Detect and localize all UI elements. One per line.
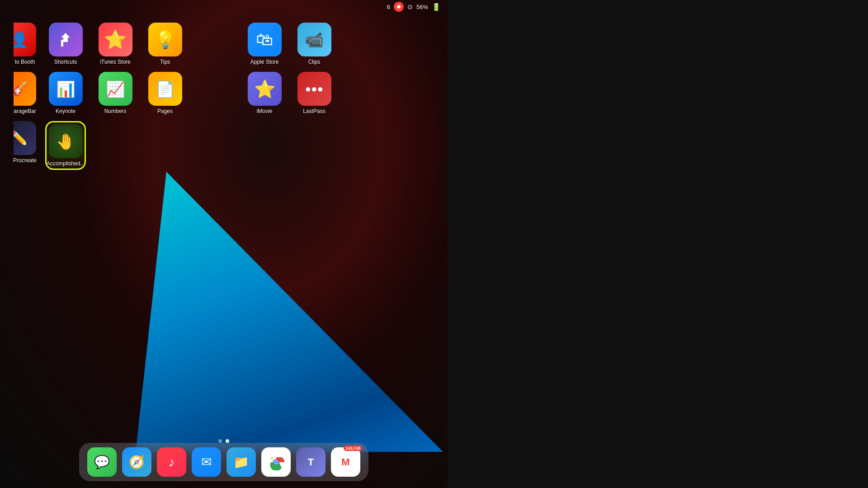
record-indicator — [394, 2, 404, 12]
clips-label: Clips — [308, 59, 321, 65]
clips-icon: 📹 — [297, 23, 331, 56]
app-lastpass[interactable]: ●●● LastPass — [294, 72, 335, 114]
garageband-icon: 🎸 — [14, 72, 36, 106]
ipad-statusbar: 6 ⊙ 56% 🔋 — [0, 0, 448, 14]
ipad-dock: 💬 🧭 ♪ ✉ 📁 T M — [79, 443, 368, 481]
page-dots — [218, 439, 229, 443]
accomplished-icon: 🤚 — [49, 124, 83, 158]
app-accomplished[interactable]: 🤚 Accomplished... — [45, 121, 86, 170]
dock-teams[interactable]: T — [296, 447, 326, 477]
tips-label: Tips — [160, 59, 170, 65]
apple-store-label: Apple Store — [250, 59, 279, 65]
app-numbers[interactable]: 📈 Numbers — [95, 72, 136, 114]
app-row-3: ✏️ Procreate 🤚 Accomplished... — [14, 121, 434, 170]
numbers-label: Numbers — [104, 108, 127, 114]
app-itunes[interactable]: ⭐ iTunes Store — [95, 23, 136, 65]
procreate-label: Procreate — [14, 157, 36, 164]
itunes-label: iTunes Store — [100, 59, 131, 65]
tips-icon: 💡 — [148, 23, 182, 56]
numbers-icon: 📈 — [99, 72, 132, 106]
imovie-label: iMovie — [257, 108, 273, 114]
lastpass-label: LastPass — [303, 108, 325, 114]
dock-gmail[interactable]: M 143,748 — [331, 447, 360, 477]
photo-booth-label: to Booth — [15, 59, 35, 65]
chrome-icon — [268, 454, 284, 470]
photo-booth-icon: 👤 — [14, 23, 36, 56]
keynote-label: Keynote — [56, 108, 75, 114]
svg-point-3 — [275, 461, 278, 464]
lastpass-icon: ●●● — [297, 72, 331, 106]
app-photo-booth[interactable]: 👤 to Booth — [14, 23, 36, 65]
wifi-icon: ⊙ — [407, 3, 413, 10]
gmail-badge: 143,748 — [344, 446, 362, 451]
page-dot-2[interactable] — [226, 439, 229, 443]
gmail-icon: M — [341, 456, 349, 468]
procreate-icon: ✏️ — [14, 121, 36, 155]
app-grid: 👤 to Booth Shortcuts ⭐ iTunes Store — [0, 18, 448, 179]
app-row-2: 🎸 GarageBand 📊 Keynote 📈 Numbers 📄 — [14, 72, 434, 114]
ipad-time: 6 — [387, 4, 390, 10]
dock-messages[interactable]: 💬 — [87, 447, 117, 477]
ipad-screen: 6 ⊙ 56% 🔋 👤 to Booth — [0, 0, 448, 488]
dock-chrome[interactable] — [261, 447, 291, 477]
files-icon: 📁 — [233, 455, 249, 469]
keynote-icon: 📊 — [49, 72, 83, 106]
app-apple-store[interactable]: 🛍 Apple Store — [244, 23, 285, 65]
dock-safari[interactable]: 🧭 — [122, 447, 151, 477]
pages-icon: 📄 — [148, 72, 182, 106]
right-fill: 6:46 📶 🔵 94% 🔋 G 🎤 🤚 Accomplish... — [448, 0, 868, 488]
app-garageband[interactable]: 🎸 GarageBand — [14, 72, 36, 114]
app-keynote[interactable]: 📊 Keynote — [45, 72, 86, 114]
accomplished-label: Accomplished... — [47, 160, 85, 167]
app-row-1: 👤 to Booth Shortcuts ⭐ iTunes Store — [14, 23, 434, 65]
app-clips[interactable]: 📹 Clips — [294, 23, 335, 65]
dock-music[interactable]: ♪ — [157, 447, 186, 477]
shortcuts-icon — [49, 23, 83, 56]
app-tips[interactable]: 💡 Tips — [145, 23, 185, 65]
app-procreate[interactable]: ✏️ Procreate — [14, 121, 36, 164]
pages-label: Pages — [157, 108, 173, 114]
imovie-icon: ⭐ — [248, 72, 282, 106]
apple-store-icon: 🛍 — [248, 23, 282, 56]
mail-icon: ✉ — [201, 455, 212, 469]
music-icon: ♪ — [169, 455, 175, 469]
shortcuts-label: Shortcuts — [54, 59, 77, 65]
battery-percent: 56% — [416, 4, 428, 10]
dock-mail[interactable]: ✉ — [192, 447, 221, 477]
record-dot-inner — [397, 5, 401, 9]
messages-icon: 💬 — [94, 455, 110, 469]
app-pages[interactable]: 📄 Pages — [145, 72, 185, 114]
teams-icon: T — [308, 456, 314, 468]
dock-files[interactable]: 📁 — [226, 447, 256, 477]
garageband-label: GarageBand — [14, 108, 36, 114]
app-imovie[interactable]: ⭐ iMovie — [244, 72, 285, 114]
battery-icon: 🔋 — [432, 3, 441, 11]
page-dot-1[interactable] — [218, 439, 222, 443]
app-shortcuts[interactable]: Shortcuts — [45, 23, 86, 65]
itunes-icon: ⭐ — [99, 23, 132, 56]
safari-icon: 🧭 — [129, 455, 145, 469]
